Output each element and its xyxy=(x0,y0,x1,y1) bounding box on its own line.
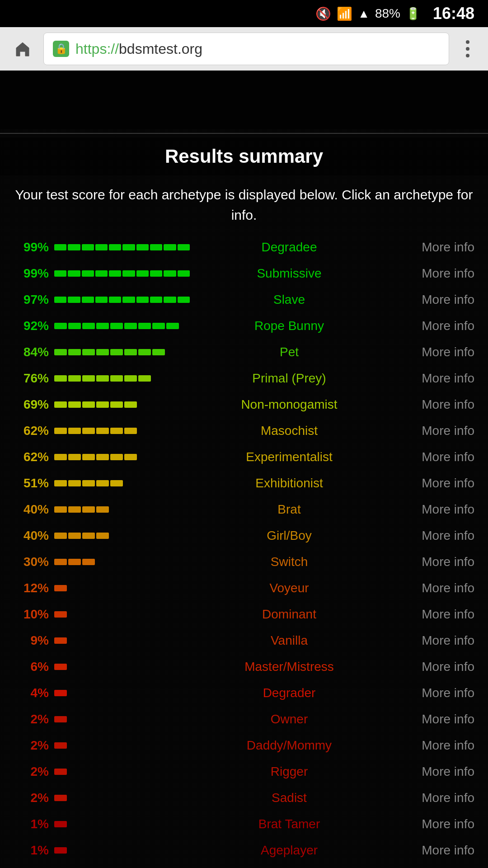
result-row[interactable]: 51%ExhibitionistMore info xyxy=(5,470,483,496)
bar-segment xyxy=(82,375,95,382)
archetype-name[interactable]: Dominant xyxy=(190,607,389,622)
more-info-button[interactable]: More info xyxy=(389,712,479,726)
result-bar-container xyxy=(54,347,190,357)
archetype-name[interactable]: Exhibitionist xyxy=(190,476,389,491)
address-bar[interactable]: 🔒 https://bdsmtest.org xyxy=(43,33,449,65)
home-button[interactable] xyxy=(9,35,36,62)
more-info-button[interactable]: More info xyxy=(389,738,479,753)
archetype-name[interactable]: Experimentalist xyxy=(190,450,389,464)
more-info-button[interactable]: More info xyxy=(389,345,479,359)
result-row[interactable]: 84%PetMore info xyxy=(5,339,483,365)
archetype-name[interactable]: Owner xyxy=(190,712,389,726)
more-info-button[interactable]: More info xyxy=(389,607,479,622)
archetype-name[interactable]: Ageplayer xyxy=(190,843,389,858)
result-row[interactable]: 62%ExperimentalistMore info xyxy=(5,444,483,470)
result-row[interactable]: 1%Primal (Hunter)More info xyxy=(5,863,483,868)
result-row[interactable]: 76%Primal (Prey)More info xyxy=(5,365,483,392)
result-row[interactable]: 97%SlaveMore info xyxy=(5,287,483,313)
archetype-name[interactable]: Girl/Boy xyxy=(190,528,389,543)
more-info-button[interactable]: More info xyxy=(389,843,479,858)
result-row[interactable]: 2%OwnerMore info xyxy=(5,706,483,732)
bar-segment xyxy=(54,323,67,329)
archetype-name[interactable]: Degradee xyxy=(190,240,389,255)
more-info-button[interactable]: More info xyxy=(389,660,479,674)
more-info-button[interactable]: More info xyxy=(389,240,479,255)
archetype-name[interactable]: Degrader xyxy=(190,686,389,700)
result-row[interactable]: 9%VanillaMore info xyxy=(5,627,483,654)
more-info-button[interactable]: More info xyxy=(389,292,479,307)
result-row[interactable]: 99%DegradeeMore info xyxy=(5,234,483,260)
result-row[interactable]: 92%Rope BunnyMore info xyxy=(5,313,483,339)
more-info-button[interactable]: More info xyxy=(389,633,479,648)
archetype-name[interactable]: Vanilla xyxy=(190,633,389,648)
more-info-button[interactable]: More info xyxy=(389,319,479,333)
result-bar-container xyxy=(54,583,190,593)
battery-text: 88% xyxy=(375,6,400,21)
archetype-name[interactable]: Master/Mistress xyxy=(190,660,389,674)
more-info-button[interactable]: More info xyxy=(389,502,479,517)
more-info-button[interactable]: More info xyxy=(389,528,479,543)
archetype-name[interactable]: Primal (Prey) xyxy=(190,371,389,386)
result-row[interactable]: 40%BratMore info xyxy=(5,496,483,523)
result-percent: 40% xyxy=(9,502,54,517)
more-info-button[interactable]: More info xyxy=(389,555,479,569)
more-info-button[interactable]: More info xyxy=(389,581,479,595)
result-row[interactable]: 62%MasochistMore info xyxy=(5,418,483,444)
archetype-name[interactable]: Non-monogamist xyxy=(190,397,389,412)
more-info-button[interactable]: More info xyxy=(389,476,479,491)
more-info-button[interactable]: More info xyxy=(389,397,479,412)
more-info-button[interactable]: More info xyxy=(389,266,479,281)
result-bar-container xyxy=(54,636,190,646)
archetype-name[interactable]: Pet xyxy=(190,345,389,359)
result-percent: 40% xyxy=(9,528,54,543)
archetype-name[interactable]: Daddy/Mommy xyxy=(190,738,389,753)
archetype-name[interactable]: Masochist xyxy=(190,424,389,438)
bar-segment xyxy=(124,349,137,355)
more-info-button[interactable]: More info xyxy=(389,424,479,438)
browser-menu-button[interactable] xyxy=(456,38,479,60)
bar-segment xyxy=(54,690,67,696)
result-row[interactable]: 99%SubmissiveMore info xyxy=(5,260,483,287)
bar-segment xyxy=(82,323,95,329)
bar-segment xyxy=(96,506,109,513)
archetype-name[interactable]: Sadist xyxy=(190,791,389,805)
archetype-name[interactable]: Submissive xyxy=(190,266,389,281)
more-info-button[interactable]: More info xyxy=(389,450,479,464)
more-info-button[interactable]: More info xyxy=(389,791,479,805)
result-percent: 92% xyxy=(9,319,54,333)
result-row[interactable]: 2%RiggerMore info xyxy=(5,759,483,785)
result-row[interactable]: 69%Non-monogamistMore info xyxy=(5,392,483,418)
result-row[interactable]: 2%SadistMore info xyxy=(5,785,483,811)
archetype-name[interactable]: Brat xyxy=(190,502,389,517)
bar-segment xyxy=(152,323,165,329)
archetype-name[interactable]: Slave xyxy=(190,292,389,307)
bar-segment xyxy=(110,454,123,460)
bar-segment xyxy=(178,297,190,303)
archetype-name[interactable]: Rope Bunny xyxy=(190,319,389,333)
result-row[interactable]: 6%Master/MistressMore info xyxy=(5,654,483,680)
archetype-name[interactable]: Brat Tamer xyxy=(190,817,389,831)
url-display: https://bdsmtest.org xyxy=(75,41,202,57)
bar-segment xyxy=(54,401,67,408)
result-row[interactable]: 40%Girl/BoyMore info xyxy=(5,523,483,549)
result-row[interactable]: 12%VoyeurMore info xyxy=(5,575,483,601)
archetype-name[interactable]: Switch xyxy=(190,555,389,569)
result-row[interactable]: 10%DominantMore info xyxy=(5,601,483,627)
result-row[interactable]: 2%Daddy/MommyMore info xyxy=(5,732,483,759)
result-row[interactable]: 30%SwitchMore info xyxy=(5,549,483,575)
result-percent: 62% xyxy=(9,424,54,438)
archetype-name[interactable]: Voyeur xyxy=(190,581,389,595)
bar-segment xyxy=(95,297,108,303)
result-row[interactable]: 4%DegraderMore info xyxy=(5,680,483,706)
result-row[interactable]: 1%AgeplayerMore info xyxy=(5,837,483,863)
more-info-button[interactable]: More info xyxy=(389,686,479,700)
results-title: Results summary xyxy=(0,137,488,175)
bar-segment xyxy=(82,454,95,460)
bar-segment xyxy=(68,401,81,408)
url-https: https:// xyxy=(75,41,119,57)
more-info-button[interactable]: More info xyxy=(389,371,479,386)
more-info-button[interactable]: More info xyxy=(389,764,479,779)
archetype-name[interactable]: Rigger xyxy=(190,764,389,779)
more-info-button[interactable]: More info xyxy=(389,817,479,831)
result-row[interactable]: 1%Brat TamerMore info xyxy=(5,811,483,837)
